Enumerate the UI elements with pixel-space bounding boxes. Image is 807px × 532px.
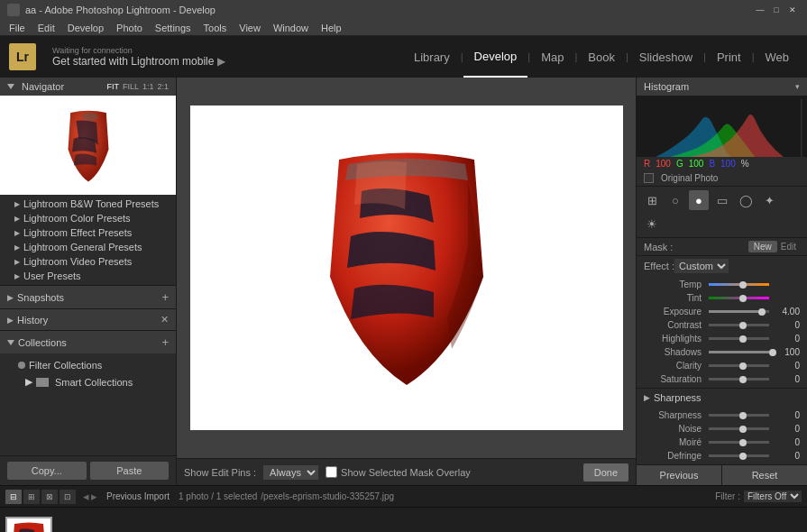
contrast-thumb[interactable] [739, 322, 747, 329]
radial-tool[interactable]: ◯ [736, 190, 756, 210]
temp-track[interactable] [709, 283, 769, 286]
detail-section-header[interactable]: ▶ Sharpness [637, 388, 807, 407]
temp-thumb[interactable] [739, 281, 747, 289]
menu-file[interactable]: File [4, 23, 31, 33]
noise-track[interactable] [709, 427, 769, 430]
preset-group-effect[interactable]: ▶ Lightroom Effect Presets [0, 225, 176, 240]
exposure-thumb[interactable] [758, 308, 766, 316]
smart-collections-item[interactable]: ▶ Smart Collections [0, 373, 176, 390]
mask-new-button[interactable]: New [748, 241, 777, 252]
red-eye-tool[interactable]: ● [689, 190, 709, 210]
histogram-info: R 100 G 100 B 100 % [637, 157, 807, 170]
navigator-preview[interactable] [0, 96, 176, 195]
histogram-header[interactable]: Histogram ▾ [637, 78, 807, 96]
tint-track[interactable] [709, 297, 769, 299]
show-mask-checkbox[interactable] [326, 466, 337, 478]
highlights-thumb[interactable] [739, 335, 747, 343]
original-photo-row[interactable]: Original Photo [637, 170, 807, 186]
prev-arrow-btn[interactable]: ◂ [83, 490, 89, 503]
highlights-track[interactable] [709, 337, 769, 340]
lr-logo: Lr [0, 36, 45, 78]
menu-view[interactable]: View [234, 23, 266, 33]
photo-canvas[interactable] [190, 105, 623, 430]
preset-group-bw[interactable]: ▶ Lightroom B&W Toned Presets [0, 197, 176, 211]
preset-group-video[interactable]: ▶ Lightroom Video Presets [0, 254, 176, 269]
menu-tools[interactable]: Tools [198, 23, 233, 33]
moire-track[interactable] [709, 441, 769, 444]
tint-thumb[interactable] [739, 295, 747, 302]
filmstrip-path: /pexels-eprism-studio-335257.jpg [261, 491, 394, 501]
shadows-thumb[interactable] [769, 349, 776, 356]
snapshots-header[interactable]: ▶ Snapshots + [0, 286, 176, 308]
nav-fill-btn[interactable]: FILL [123, 82, 139, 91]
clarity-track[interactable] [709, 364, 769, 367]
show-mask-label[interactable]: Show Selected Mask Overlay [326, 466, 471, 478]
menu-develop[interactable]: Develop [62, 23, 109, 33]
show-edit-pins-select[interactable]: Always [263, 465, 318, 480]
saturation-track[interactable] [709, 378, 769, 381]
collections-header[interactable]: Collections + [0, 331, 176, 353]
compare-view-btn[interactable]: ⊠ [41, 490, 58, 504]
menu-window[interactable]: Window [268, 23, 314, 33]
spot-removal-tool[interactable]: ○ [665, 190, 685, 210]
sharpness-track[interactable] [709, 414, 769, 417]
done-button[interactable]: Done [583, 463, 628, 482]
nav-print[interactable]: Print [706, 36, 752, 78]
nav-1-1-btn[interactable]: 1:1 [142, 82, 154, 91]
menu-photo[interactable]: Photo [111, 23, 148, 33]
grid-view-btn[interactable]: ⊟ [5, 490, 22, 504]
history-close-button[interactable]: ✕ [160, 314, 169, 326]
prev-import-link[interactable]: Previous Import [106, 491, 170, 501]
preset-group-color[interactable]: ▶ Lightroom Color Presets [0, 211, 176, 225]
contrast-track[interactable] [709, 324, 769, 326]
effect-select[interactable]: Custom [674, 259, 729, 273]
nav-web[interactable]: Web [755, 36, 801, 78]
shadows-track[interactable] [709, 351, 769, 353]
history-header[interactable]: ▶ History ✕ [0, 309, 176, 330]
get-started-link[interactable]: Get started with Lightroom mobile ▶ [52, 55, 396, 68]
filter-collections-item[interactable]: Filter Collections [0, 357, 176, 373]
defringe-slider-row: Defringe 0 [637, 449, 807, 463]
defringe-track[interactable] [709, 454, 769, 457]
minimize-button[interactable]: — [753, 3, 767, 17]
exposure-track[interactable] [709, 310, 769, 313]
range-mask-tool[interactable]: ☀ [642, 214, 662, 234]
nav-slideshow[interactable]: Slideshow [628, 36, 703, 78]
sharpness-thumb[interactable] [739, 412, 747, 419]
preset-group-general[interactable]: ▶ Lightroom General Presets [0, 240, 176, 254]
filmstrip-thumb-0[interactable] [5, 517, 52, 533]
previous-button[interactable]: Previous [637, 465, 722, 485]
nav-library[interactable]: Library [403, 36, 461, 78]
maximize-button[interactable]: □ [769, 3, 784, 17]
crop-tool[interactable]: ⊞ [642, 190, 662, 210]
menu-settings[interactable]: Settings [150, 23, 197, 33]
saturation-thumb[interactable] [739, 376, 747, 383]
menu-edit[interactable]: Edit [32, 23, 60, 33]
defringe-thumb[interactable] [739, 453, 747, 460]
next-arrow-btn[interactable]: ▸ [91, 490, 97, 503]
preset-group-user[interactable]: ▶ User Presets [0, 269, 176, 283]
snapshots-add-button[interactable]: + [161, 290, 169, 304]
close-button[interactable]: ✕ [785, 3, 800, 17]
nav-develop[interactable]: Develop [463, 36, 528, 78]
gradient-tool[interactable]: ▭ [712, 190, 732, 210]
menu-help[interactable]: Help [316, 23, 347, 33]
paste-button[interactable]: Paste [90, 462, 170, 480]
nav-2-1-btn[interactable]: 2:1 [157, 82, 169, 91]
filter-select[interactable]: Filters Off [744, 491, 802, 502]
adjustment-brush-tool[interactable]: ✦ [759, 190, 779, 210]
moire-thumb[interactable] [739, 439, 747, 446]
nav-fit-btn[interactable]: FIT [106, 82, 119, 91]
loupe-view-btn[interactable]: ⊞ [23, 490, 40, 504]
reset-button[interactable]: Reset [722, 465, 807, 485]
clarity-thumb[interactable] [739, 362, 747, 370]
mask-edit-button[interactable]: Edit [777, 241, 800, 252]
copy-button[interactable]: Copy... [7, 462, 87, 480]
navigator-header[interactable]: Navigator FIT FILL 1:1 2:1 [0, 78, 176, 96]
original-photo-checkbox[interactable] [644, 173, 654, 183]
collections-add-button[interactable]: + [161, 335, 169, 349]
survey-view-btn[interactable]: ⊡ [60, 490, 76, 504]
nav-book[interactable]: Book [577, 36, 626, 78]
noise-thumb[interactable] [739, 426, 747, 433]
nav-map[interactable]: Map [530, 36, 574, 78]
